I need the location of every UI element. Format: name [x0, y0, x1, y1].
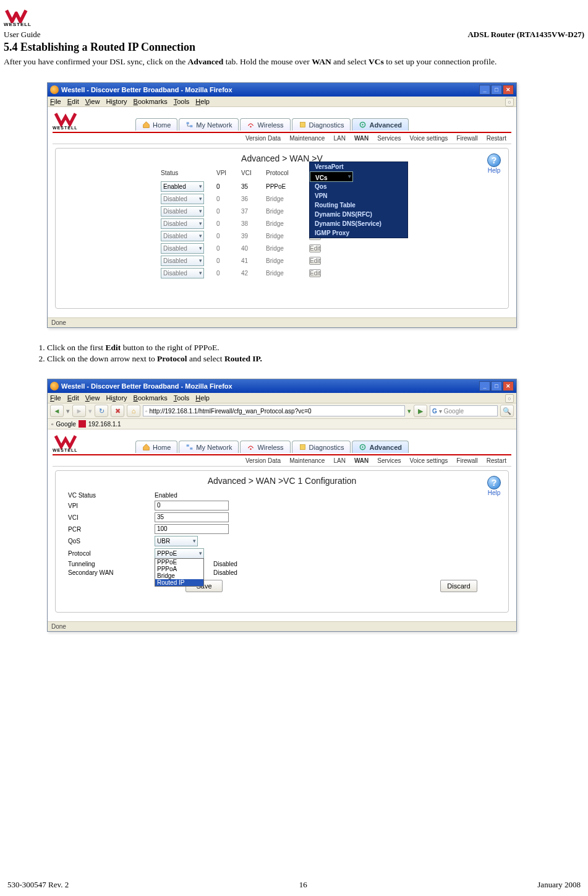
tab-home[interactable]: Home — [135, 118, 177, 131]
tab-diagnostics[interactable]: Diagnostics — [292, 441, 351, 453]
subtab-version[interactable]: Version Data — [245, 457, 281, 464]
close-button[interactable]: ✕ — [503, 381, 514, 391]
menu-ddns-service[interactable]: Dynamic DNS(Service) — [310, 219, 407, 228]
edit-button[interactable]: Edit — [309, 269, 321, 277]
tab-close-icon[interactable]: ○ — [505, 394, 514, 403]
opt-bridge[interactable]: Bridge — [155, 572, 203, 579]
menu-view[interactable]: View — [85, 394, 100, 402]
subtab-wan[interactable]: WAN — [354, 457, 369, 464]
status-select[interactable]: Disabled — [161, 256, 204, 266]
label-qos: QoS — [68, 538, 155, 545]
tab-advanced[interactable]: Advanced — [352, 441, 409, 453]
menu-versaport[interactable]: VersaPort — [310, 162, 407, 171]
edit-button[interactable]: Edit — [309, 257, 321, 265]
svg-rect-12 — [300, 445, 305, 450]
step-1: Click on the first Edit button to the ri… — [47, 343, 584, 353]
menu-qos[interactable]: Qos — [310, 182, 407, 191]
discard-button[interactable]: Discard — [440, 580, 477, 592]
go-button[interactable]: ▶ — [414, 405, 427, 417]
reload-button[interactable]: ↻ — [95, 405, 108, 417]
tab-home[interactable]: Home — [135, 441, 177, 453]
menu-view[interactable]: View — [85, 98, 100, 105]
back-button[interactable]: ◄ — [50, 405, 64, 417]
menu-history[interactable]: History — [106, 98, 127, 105]
status-select[interactable]: Disabled — [161, 206, 204, 217]
close-button[interactable]: ✕ — [503, 85, 514, 95]
cell-vci: 37 — [241, 208, 266, 215]
select-qos[interactable]: UBR — [155, 536, 198, 546]
bookmark-google[interactable]: Google — [56, 421, 76, 428]
tab-close-icon[interactable]: ○ — [505, 98, 514, 106]
status-select[interactable]: Disabled — [161, 231, 204, 241]
edit-button[interactable]: Edit — [309, 244, 321, 252]
bookmark-ip[interactable]: 192.168.1.1 — [88, 421, 121, 428]
forward-button[interactable]: ► — [72, 405, 86, 417]
maximize-button[interactable]: □ — [491, 381, 502, 391]
subtab-lan[interactable]: LAN — [333, 135, 345, 142]
menubar: File Edit View History Bookmarks Tools H… — [48, 97, 516, 107]
stop-button[interactable]: ✖ — [111, 405, 124, 417]
menu-igmp-proxy[interactable]: IGMP Proxy — [310, 228, 407, 238]
opt-pppoe[interactable]: PPPoE — [155, 559, 203, 566]
status-select[interactable]: Disabled — [161, 194, 204, 204]
tab-diagnostics[interactable]: Diagnostics — [292, 118, 351, 131]
menu-edit[interactable]: Edit — [67, 98, 79, 105]
input-vpi[interactable]: 0 — [155, 501, 229, 510]
menu-vcs[interactable]: VCs — [310, 171, 353, 182]
menu-tools[interactable]: Tools — [174, 98, 190, 105]
menu-bookmarks[interactable]: Bookmarks — [134, 98, 168, 105]
subtab-wan[interactable]: WAN — [354, 135, 369, 142]
menu-bookmarks[interactable]: Bookmarks — [134, 394, 168, 402]
subtab-version[interactable]: Version Data — [245, 135, 281, 142]
menu-routing-table[interactable]: Routing Table — [310, 200, 407, 210]
status-select[interactable]: Disabled — [161, 268, 204, 278]
subtab-voice[interactable]: Voice settings — [410, 457, 448, 464]
opt-routed-ip[interactable]: Routed IP — [155, 579, 203, 586]
status-select[interactable]: Disabled — [161, 218, 204, 229]
tab-advanced[interactable]: Advanced — [352, 118, 409, 131]
address-bar[interactable]: ▫http://192.168.1.1/htmlFirewall/cfg_wan… — [143, 405, 405, 416]
cell-proto: Bridge — [266, 270, 309, 277]
menu-history[interactable]: History — [106, 394, 127, 402]
menu-vpn[interactable]: VPN — [310, 191, 407, 200]
select-protocol[interactable]: PPPoE — [155, 548, 204, 559]
subtab-services[interactable]: Services — [377, 457, 401, 464]
help-link[interactable]: ?Help — [487, 476, 501, 496]
opt-pppoa[interactable]: PPPoA — [155, 566, 203, 572]
status-select[interactable]: Disabled — [161, 243, 204, 254]
subtab-maintenance[interactable]: Maintenance — [289, 457, 325, 464]
subtab-firewall[interactable]: Firewall — [456, 457, 477, 464]
firefox-icon — [50, 382, 59, 390]
subtab-services[interactable]: Services — [377, 135, 401, 142]
minimize-button[interactable]: _ — [479, 85, 490, 95]
home-button[interactable]: ⌂ — [127, 405, 140, 417]
maximize-button[interactable]: □ — [491, 85, 502, 95]
subtab-maintenance[interactable]: Maintenance — [289, 135, 325, 142]
subtab-restart[interactable]: Restart — [487, 135, 506, 142]
tab-my-network[interactable]: My Network — [179, 118, 239, 131]
minimize-button[interactable]: _ — [479, 381, 490, 391]
menu-help[interactable]: Help — [195, 98, 210, 105]
tab-wireless[interactable]: Wireless — [240, 118, 290, 131]
subtabs: Version Data Maintenance LAN WAN Service… — [53, 133, 511, 144]
subtab-firewall[interactable]: Firewall — [456, 135, 477, 142]
search-bar[interactable]: G▾ Google — [430, 405, 498, 416]
tab-wireless[interactable]: Wireless — [240, 441, 290, 453]
subtab-voice[interactable]: Voice settings — [410, 135, 448, 142]
input-pcr[interactable]: 100 — [155, 524, 229, 534]
menu-ddns-rfc[interactable]: Dynamic DNS(RFC) — [310, 210, 407, 219]
svg-rect-3 — [190, 126, 193, 127]
menu-file[interactable]: File — [50, 98, 61, 105]
menu-file[interactable]: File — [50, 394, 61, 402]
menu-help[interactable]: Help — [195, 394, 210, 402]
subtab-restart[interactable]: Restart — [487, 457, 506, 464]
search-go-icon[interactable]: 🔍 — [500, 405, 514, 417]
menu-edit[interactable]: Edit — [67, 394, 79, 402]
status-select[interactable]: Enabled — [161, 181, 204, 192]
menu-tools[interactable]: Tools — [174, 394, 190, 402]
input-vci[interactable]: 35 — [155, 512, 229, 522]
subtab-lan[interactable]: LAN — [333, 457, 345, 464]
label-tunneling: Tunneling — [68, 561, 155, 567]
wan-dropdown-menu: VersaPort VCs Qos VPN Routing Table Dyna… — [309, 162, 408, 238]
tab-my-network[interactable]: My Network — [179, 441, 239, 453]
